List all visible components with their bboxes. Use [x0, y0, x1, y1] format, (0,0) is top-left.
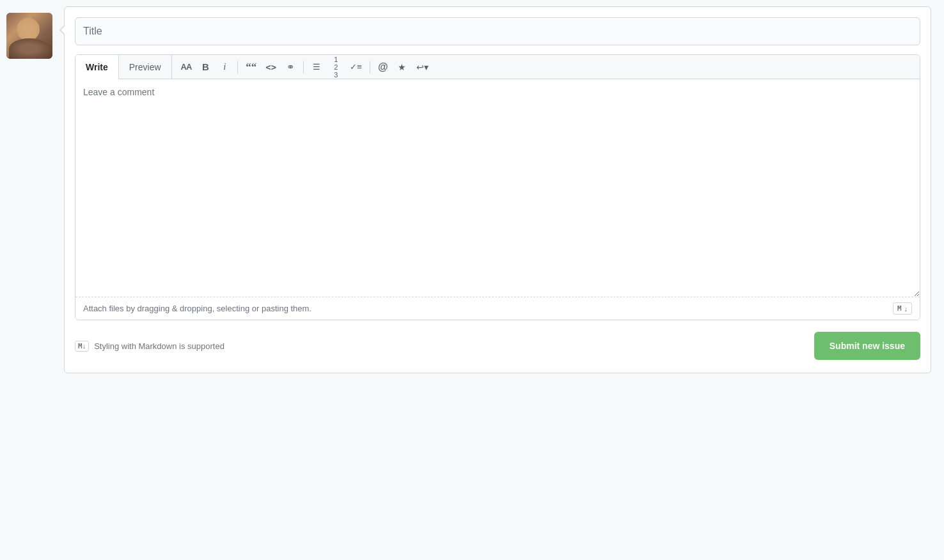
- toolbar-separator-1: [237, 61, 238, 74]
- avatar-section: [0, 6, 64, 59]
- heading-icon: AA: [181, 62, 192, 72]
- markdown-support-text: Styling with Markdown is supported: [94, 341, 224, 351]
- comment-textarea[interactable]: [75, 79, 920, 297]
- editor-toolbar: Write Preview AA B i ““ <>: [75, 55, 920, 79]
- markdown-support: M↓ Styling with Markdown is supported: [75, 341, 224, 352]
- markdown-arrow: ↓: [904, 305, 908, 313]
- toolbar-separator-3: [370, 61, 370, 74]
- markdown-badge-footer: M↓: [75, 341, 89, 352]
- link-icon-button[interactable]: ⚭: [281, 58, 299, 76]
- task-list-icon-button[interactable]: ✓≡: [346, 58, 366, 76]
- attach-bar: Attach files by dragging & dropping, sel…: [75, 297, 920, 320]
- unordered-list-icon-button[interactable]: ☰: [308, 58, 326, 76]
- footer-md-m: M: [78, 342, 83, 350]
- submit-new-issue-button[interactable]: Submit new issue: [814, 332, 920, 360]
- task-list-icon: ✓≡: [350, 62, 362, 72]
- code-icon-button[interactable]: <>: [262, 58, 280, 76]
- toolbar-icons: AA B i ““ <> ⚭: [172, 58, 920, 76]
- bold-icon-button[interactable]: B: [196, 58, 214, 76]
- user-avatar: [6, 13, 52, 59]
- footer-md-arrow: ↓: [83, 342, 86, 350]
- editor-tabs: Write Preview: [75, 55, 172, 79]
- heading-icon-button[interactable]: AA: [177, 58, 196, 76]
- mention-icon-button[interactable]: @: [374, 58, 392, 76]
- title-input[interactable]: [75, 17, 920, 45]
- italic-icon: i: [223, 61, 226, 72]
- markdown-badge-editor: M↓: [893, 302, 912, 315]
- attach-text: Attach files by dragging & dropping, sel…: [83, 304, 311, 313]
- quote-icon: ““: [246, 61, 256, 74]
- quote-icon-button[interactable]: ““: [242, 58, 260, 76]
- issue-form: Write Preview AA B i ““ <>: [64, 6, 931, 373]
- avatar-image: [6, 13, 52, 59]
- reference-icon: ★: [398, 62, 406, 72]
- mention-icon: @: [378, 61, 388, 73]
- tab-write[interactable]: Write: [75, 55, 119, 79]
- reply-icon: ↩▾: [416, 62, 429, 72]
- reference-icon-button[interactable]: ★: [393, 58, 411, 76]
- footer-bar: M↓ Styling with Markdown is supported Su…: [75, 329, 920, 362]
- bold-icon: B: [202, 61, 209, 72]
- italic-icon-button[interactable]: i: [216, 58, 233, 76]
- editor-container: Write Preview AA B i ““ <>: [75, 54, 920, 320]
- ordered-list-icon-button[interactable]: 123: [327, 58, 345, 76]
- markdown-m: M: [897, 304, 902, 313]
- reply-icon-button[interactable]: ↩▾: [413, 58, 432, 76]
- link-icon: ⚭: [287, 61, 295, 73]
- toolbar-separator-2: [303, 61, 304, 74]
- ordered-list-icon: 123: [334, 56, 338, 79]
- unordered-list-icon: ☰: [313, 62, 320, 72]
- code-icon: <>: [265, 62, 276, 72]
- tab-preview[interactable]: Preview: [119, 55, 171, 79]
